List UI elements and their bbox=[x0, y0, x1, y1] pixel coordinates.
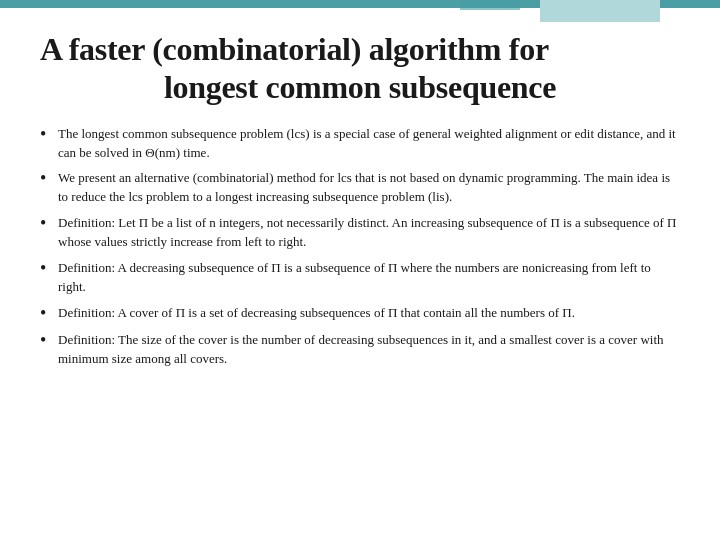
title-line2: longest common subsequence bbox=[40, 68, 680, 106]
bullet-text: Definition: The size of the cover is the… bbox=[58, 331, 680, 369]
list-item: •We present an alternative (combinatoria… bbox=[40, 169, 680, 207]
bullet-text: Definition: A decreasing subsequence of … bbox=[58, 259, 680, 297]
bullet-dot-icon: • bbox=[40, 330, 58, 352]
accent-box-right bbox=[540, 0, 660, 22]
bullet-list: •The longest common subsequence problem … bbox=[40, 125, 680, 369]
main-content: A faster (combinatorial) algorithm for l… bbox=[40, 30, 680, 520]
bullet-dot-icon: • bbox=[40, 168, 58, 190]
title-block: A faster (combinatorial) algorithm for l… bbox=[40, 30, 680, 107]
bullet-dot-icon: • bbox=[40, 124, 58, 146]
title-line1: A faster (combinatorial) algorithm for bbox=[40, 30, 680, 68]
bullet-dot-icon: • bbox=[40, 303, 58, 325]
bullet-text: Definition: Let Π be a list of n integer… bbox=[58, 214, 680, 252]
bullet-dot-icon: • bbox=[40, 258, 58, 280]
bullet-text: Definition: A cover of Π is a set of dec… bbox=[58, 304, 680, 323]
list-item: •Definition: A cover of Π is a set of de… bbox=[40, 304, 680, 325]
accent-box-right2 bbox=[460, 0, 520, 10]
list-item: •The longest common subsequence problem … bbox=[40, 125, 680, 163]
bullet-text: We present an alternative (combinatorial… bbox=[58, 169, 680, 207]
list-item: •Definition: The size of the cover is th… bbox=[40, 331, 680, 369]
bullet-dot-icon: • bbox=[40, 213, 58, 235]
list-item: •Definition: Let Π be a list of n intege… bbox=[40, 214, 680, 252]
list-item: •Definition: A decreasing subsequence of… bbox=[40, 259, 680, 297]
bullet-text: The longest common subsequence problem (… bbox=[58, 125, 680, 163]
